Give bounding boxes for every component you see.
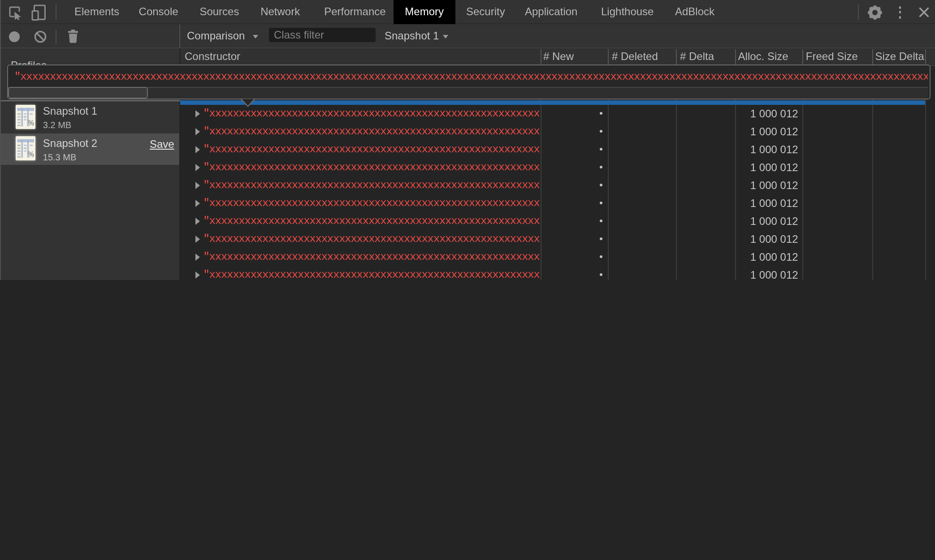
svg-text:%: % [27,119,34,127]
svg-text:%: % [27,151,34,159]
